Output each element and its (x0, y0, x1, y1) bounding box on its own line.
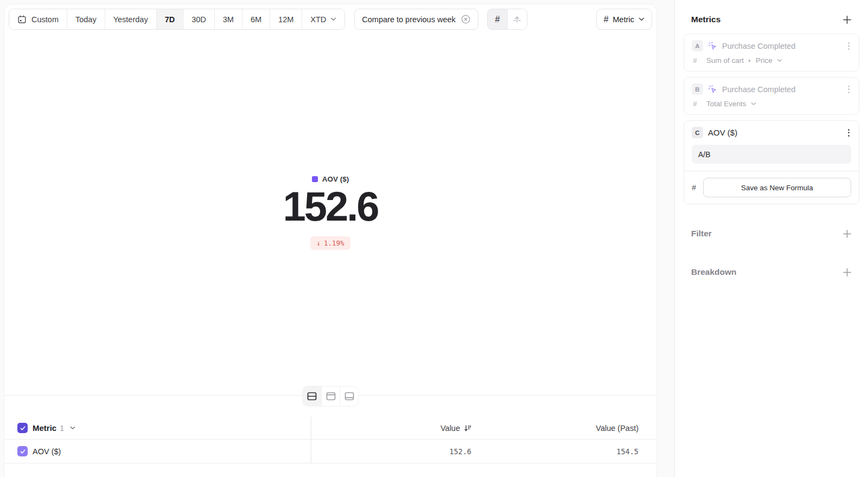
save-formula-button[interactable]: Save as New Formula (703, 178, 851, 197)
date-range-7d[interactable]: 7D (156, 9, 183, 29)
event-click-icon (708, 85, 717, 94)
number-type-icon: # (693, 100, 702, 108)
date-range-3m[interactable]: 3M (214, 9, 242, 29)
split-view-button[interactable] (303, 386, 321, 406)
date-range-12m[interactable]: 12M (270, 9, 302, 29)
aggregation-property: Price (756, 56, 773, 65)
metric-event-name: Purchase Completed (722, 85, 795, 94)
table-view-button[interactable] (340, 386, 358, 406)
metric-dropdown-button[interactable]: # Metric (596, 9, 652, 30)
breadcrumb-arrow-icon (748, 59, 751, 63)
app-root: Custom Today Yesterday 7D 30D 3M 6M 12M … (0, 0, 868, 477)
main-area: Custom Today Yesterday 7D 30D 3M 6M 12M … (0, 0, 674, 477)
date-range-selector: Custom Today Yesterday 7D 30D 3M 6M 12M … (9, 9, 345, 30)
query-sidebar: Metrics A Purchase Completed # Su (674, 0, 868, 477)
chevron-down-icon (751, 102, 756, 106)
date-range-30d[interactable]: 30D (183, 9, 214, 29)
breakdown-section-header: Breakdown (684, 267, 859, 277)
table-row[interactable]: AOV ($) 152.6 154.5 (4, 439, 656, 463)
metric-card-a[interactable]: A Purchase Completed # Sum of cart Price (684, 34, 859, 72)
metric-badge: B (692, 83, 703, 95)
table-header: Metric 1 Value (4, 417, 656, 439)
value-display-toggle: # (487, 9, 527, 30)
metric-column-header: Metric (33, 423, 56, 433)
row-value: 152.6 (449, 447, 471, 456)
change-badge: ↓1.19% (310, 236, 350, 250)
metric-event-name: Purchase Completed (722, 42, 795, 50)
number-type-icon: # (693, 56, 702, 65)
metric-badge: C (692, 127, 703, 138)
number-mode-button[interactable]: # (488, 9, 507, 29)
metric-dropdown-label: Metric (613, 15, 634, 24)
aggregation-selector[interactable]: # Total Events (692, 100, 851, 108)
change-value: 1.19% (324, 239, 344, 247)
chevron-down-icon[interactable] (70, 426, 75, 430)
legend-label: AOV ($) (322, 175, 349, 183)
metric-type-icon: # (604, 15, 609, 24)
breakdown-title: Breakdown (691, 267, 737, 277)
aggregation-label: Sum of cart (706, 56, 744, 65)
results-table: Metric 1 Value (4, 417, 656, 463)
chevron-down-icon (639, 17, 644, 21)
metrics-title: Metrics (691, 15, 720, 24)
metric-options-icon[interactable] (846, 84, 851, 95)
row-metric-name: AOV ($) (33, 447, 61, 456)
value-past-column-header[interactable]: Value (Past) (596, 424, 639, 433)
metric-count: 1 (60, 424, 64, 433)
aggregation-label: Total Events (706, 100, 746, 108)
layout-toggle (302, 386, 359, 407)
save-formula-label: Save as New Formula (741, 184, 813, 192)
report-card: Custom Today Yesterday 7D 30D 3M 6M 12M … (4, 4, 656, 477)
metric-card-c[interactable]: C AOV ($) A/B # Save as New Formula (684, 120, 859, 204)
add-metric-button[interactable] (843, 15, 852, 24)
metric-options-icon[interactable] (846, 41, 851, 51)
date-range-6m[interactable]: 6M (242, 9, 270, 29)
value-column-header[interactable]: Value (441, 424, 460, 433)
row-checkbox[interactable] (17, 446, 28, 456)
date-range-yesterday[interactable]: Yesterday (105, 9, 156, 29)
date-range-today[interactable]: Today (67, 9, 105, 29)
row-value-past: 154.5 (616, 447, 639, 456)
metric-value: 152.6 (4, 185, 656, 228)
date-range-custom[interactable]: Custom (9, 9, 67, 29)
chart-view-button[interactable] (321, 386, 340, 406)
big-number-block: AOV ($) 152.6 ↓1.19% (4, 175, 656, 250)
compare-chip-label: Compare to previous week (362, 15, 455, 24)
card-divider (684, 171, 859, 171)
aggregation-selector[interactable]: # Sum of cart Price (692, 56, 851, 65)
filter-section-header: Filter (684, 229, 859, 238)
goal-mode-button[interactable] (507, 9, 527, 29)
legend-swatch (312, 176, 318, 182)
date-range-xtd[interactable]: XTD (302, 9, 344, 29)
formula-input[interactable]: A/B (692, 145, 851, 164)
remove-compare-icon[interactable] (461, 14, 471, 24)
metrics-section-header: Metrics (684, 0, 859, 34)
legend: AOV ($) (312, 175, 349, 183)
compare-chip[interactable]: Compare to previous week (354, 9, 478, 30)
metric-card-b[interactable]: B Purchase Completed # Total Events (684, 77, 859, 115)
filter-title: Filter (691, 229, 712, 238)
number-type-icon: # (692, 183, 696, 192)
chevron-down-icon (777, 59, 782, 62)
metric-badge: A (692, 40, 703, 51)
date-range-label: Custom (31, 15, 59, 24)
number-icon: # (495, 15, 500, 24)
select-all-checkbox[interactable] (17, 423, 28, 433)
metric-options-icon[interactable] (846, 127, 851, 138)
formula-metric-name: AOV ($) (708, 128, 737, 137)
add-filter-button[interactable] (843, 229, 852, 238)
toolbar: Custom Today Yesterday 7D 30D 3M 6M 12M … (9, 9, 652, 30)
add-breakdown-button[interactable] (843, 268, 852, 277)
goal-icon (512, 15, 522, 24)
formula-text: A/B (698, 150, 711, 159)
sort-descending-icon[interactable] (464, 424, 471, 432)
down-arrow-icon: ↓ (316, 239, 321, 247)
chevron-down-icon (330, 17, 336, 21)
calendar-icon (17, 15, 27, 24)
event-click-icon (708, 41, 717, 50)
